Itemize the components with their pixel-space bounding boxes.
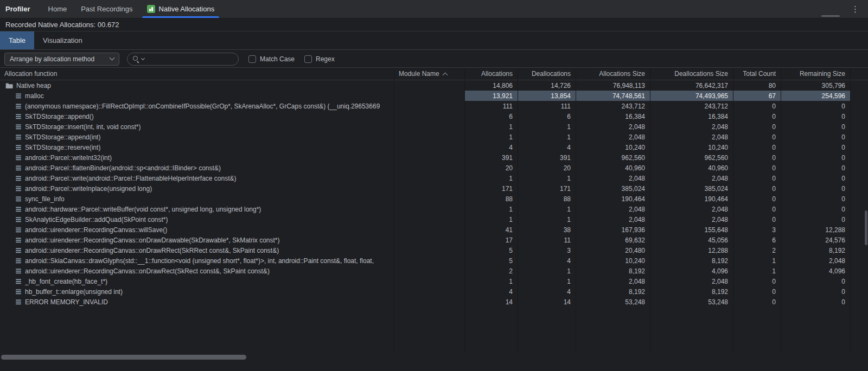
table-row[interactable]: SkTDStorage::insert(int, int, void const… xyxy=(0,121,868,132)
value-cell: 0 xyxy=(781,163,851,173)
value-cell: 0 xyxy=(781,101,851,111)
module-name-cell xyxy=(394,204,465,214)
value-cell: 254,596 xyxy=(781,91,851,101)
value-cell: 0 xyxy=(781,132,851,142)
value-cell: 74,748,561 xyxy=(576,91,650,101)
checkbox-icon xyxy=(248,55,256,63)
value-cell: 6 xyxy=(518,111,576,121)
value-cell: 243,712 xyxy=(650,101,733,111)
function-name: SkTDStorage::insert(int, int, void const… xyxy=(25,123,141,131)
value-cell: 5 xyxy=(465,245,518,255)
value-cell: 0 xyxy=(733,173,781,183)
checkbox-icon xyxy=(304,55,312,63)
vertical-scrollbar-thumb[interactable] xyxy=(865,210,867,245)
value-cell: 4,096 xyxy=(650,266,733,276)
value-cell: 67 xyxy=(733,91,781,101)
value-cell: 167,936 xyxy=(576,225,650,235)
table-row[interactable]: ERROR MEMORY_INVALID141453,24853,24800 xyxy=(0,297,868,307)
value-cell: 76,948,113 xyxy=(576,80,650,91)
value-cell: 41 xyxy=(465,225,518,235)
value-cell: 2 xyxy=(733,245,781,255)
value-cell: 40,960 xyxy=(650,163,733,173)
match-case-checkbox[interactable]: Match Case xyxy=(248,55,295,63)
tab-past-recordings[interactable]: Past Recordings xyxy=(74,0,139,18)
value-cell: 16,384 xyxy=(576,111,650,121)
module-name-cell xyxy=(394,111,465,121)
table-row[interactable]: Native heap14,80614,72676,948,11376,642,… xyxy=(0,80,868,91)
table-row[interactable]: android::Parcel::flattenBinder(android::… xyxy=(0,163,868,173)
kebab-menu-icon[interactable]: ⋮ xyxy=(843,0,868,18)
search-box[interactable] xyxy=(127,53,239,66)
column-header-allocations[interactable]: Allocations xyxy=(465,68,518,80)
tabs-scrollbar-thumb[interactable] xyxy=(821,15,840,17)
regex-checkbox[interactable]: Regex xyxy=(304,55,335,63)
method-icon xyxy=(15,299,22,305)
arrange-dropdown[interactable]: Arrange by allocation method xyxy=(4,53,119,66)
value-cell: 391 xyxy=(518,152,576,163)
table-row[interactable]: SkTDStorage::append(int)112,0482,04800 xyxy=(0,132,868,142)
function-name: SkTDStorage::append() xyxy=(25,113,94,120)
method-icon xyxy=(15,144,22,151)
table-row[interactable]: SkTDStorage::reserve(int)4410,24010,2400… xyxy=(0,142,868,152)
table-row[interactable]: android::hardware::Parcel::writeBuffer(v… xyxy=(0,204,868,214)
table-row[interactable]: SkAnalyticEdgeBuilder::addQuad(SkPoint c… xyxy=(0,214,868,225)
column-header-allocation-function[interactable]: Allocation function xyxy=(0,68,394,80)
table-row[interactable]: android::uirenderer::RecordingCanvas::wi… xyxy=(0,225,868,235)
table-row[interactable]: android::SkiaCanvas::drawGlyphs(std::__1… xyxy=(0,255,868,266)
value-cell: 0 xyxy=(781,111,851,121)
table-row[interactable]: android::Parcel::writeInt32(int)39139196… xyxy=(0,152,868,163)
table-row[interactable]: android::Parcel::write(android::Parcel::… xyxy=(0,173,868,183)
table-row[interactable]: android::uirenderer::RecordingCanvas::on… xyxy=(0,235,868,245)
value-cell: 12,288 xyxy=(781,225,851,235)
tab-label: Table xyxy=(9,36,25,44)
table-row[interactable]: android::uirenderer::RecordingCanvas::on… xyxy=(0,266,868,276)
column-label: Deallocations xyxy=(532,70,571,78)
chevron-down-icon xyxy=(110,55,115,61)
value-cell: 1 xyxy=(518,214,576,225)
tab-table[interactable]: Table xyxy=(0,31,34,49)
tab-visualization[interactable]: Visualization xyxy=(34,31,91,49)
table-row[interactable]: _hb_font_create(hb_face_t*)112,0482,0480… xyxy=(0,276,868,286)
value-cell: 2,048 xyxy=(650,204,733,214)
value-cell: 0 xyxy=(733,214,781,225)
module-name-cell xyxy=(394,121,465,132)
function-name: SkTDStorage::append(int) xyxy=(25,133,100,141)
table-row[interactable]: (anonymous namespace)::FillRectOpImpl::o… xyxy=(0,101,868,111)
tab-native-allocations[interactable]: Native Allocations xyxy=(140,0,222,18)
column-header-module-name[interactable]: Module Name xyxy=(394,68,465,80)
function-name: malloc xyxy=(25,92,44,100)
value-cell: 17 xyxy=(465,235,518,245)
value-cell: 0 xyxy=(733,142,781,152)
value-cell: 2,048 xyxy=(576,132,650,142)
column-header-deallocations-size[interactable]: Deallocations Size xyxy=(650,68,733,80)
value-cell: 0 xyxy=(733,111,781,121)
value-cell: 0 xyxy=(733,286,781,297)
folder-icon xyxy=(5,82,13,89)
sort-ascending-icon xyxy=(442,72,448,78)
table-row[interactable]: SkTDStorage::append()6616,38416,38400 xyxy=(0,111,868,121)
value-cell: 8,192 xyxy=(650,255,733,266)
function-name: SkTDStorage::reserve(int) xyxy=(25,144,100,151)
column-header-remaining-size[interactable]: Remaining Size xyxy=(781,68,851,80)
table-row[interactable]: malloc13,92113,85474,748,56174,493,96567… xyxy=(0,91,868,101)
column-header-deallocations[interactable]: Deallocations xyxy=(518,68,576,80)
value-cell: 14,806 xyxy=(465,80,518,91)
value-cell: 24,576 xyxy=(781,235,851,245)
tab-home[interactable]: Home xyxy=(41,0,74,18)
value-cell: 2,048 xyxy=(576,204,650,214)
table-row[interactable]: hb_buffer_t::enlarge(unsigned int)448,19… xyxy=(0,286,868,297)
function-name: Native heap xyxy=(16,82,51,89)
table-row[interactable]: sync_file_info8888190,464190,46400 xyxy=(0,194,868,204)
value-cell: 111 xyxy=(518,101,576,111)
value-cell: 0 xyxy=(781,204,851,214)
value-cell: 1 xyxy=(465,132,518,142)
value-cell: 2,048 xyxy=(781,255,851,266)
value-cell: 962,560 xyxy=(576,152,650,163)
table-row[interactable]: android::Parcel::writeInplace(unsigned l… xyxy=(0,183,868,194)
horizontal-scrollbar-thumb[interactable] xyxy=(1,355,246,360)
search-input[interactable] xyxy=(148,55,233,63)
column-header-allocations-size[interactable]: Allocations Size xyxy=(576,68,650,80)
value-cell: 1 xyxy=(518,204,576,214)
table-row[interactable]: android::uirenderer::RecordingCanvas::on… xyxy=(0,245,868,255)
column-header-total-count[interactable]: Total Count xyxy=(733,68,781,80)
